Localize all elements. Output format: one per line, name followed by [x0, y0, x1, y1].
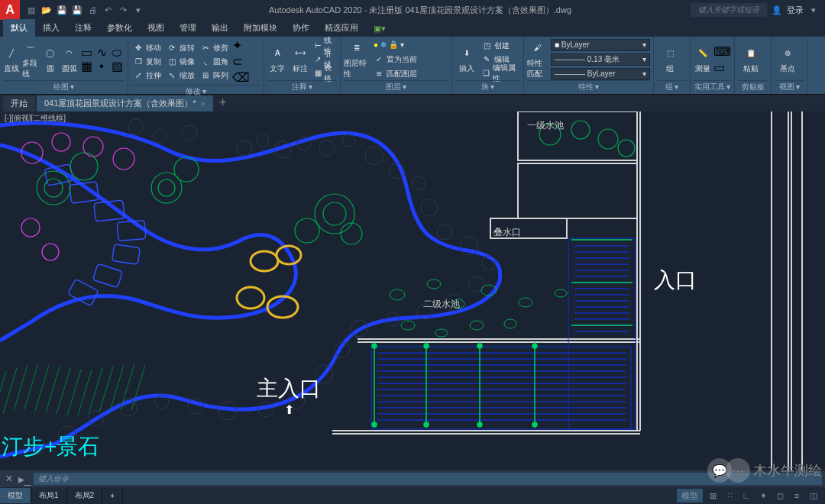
qat-dropdown-icon[interactable]: ▾ [133, 5, 144, 15]
tab-collab[interactable]: 协作 [285, 19, 317, 37]
offset-icon[interactable]: ⊂ [232, 54, 250, 69]
add-tab-icon[interactable]: + [215, 93, 231, 111]
props-panel-label[interactable]: 特性 ▾ [527, 80, 650, 92]
measure-button[interactable]: 📏测量 [694, 45, 711, 74]
hatch-icon[interactable]: ▦ [80, 60, 92, 73]
login-button[interactable]: 登录 [787, 5, 804, 16]
drawing-canvas[interactable]: [-][俯视][二维线框] [0, 111, 825, 470]
user-icon[interactable]: 👤 [772, 5, 782, 15]
base-button[interactable]: ⊕基点 [775, 45, 801, 74]
add-layout-icon[interactable]: + [102, 489, 123, 502]
redo-icon[interactable]: ↷ [118, 5, 128, 15]
tab-insert[interactable]: 插入 [35, 19, 67, 37]
tab-default[interactable]: 默认 [3, 19, 35, 37]
explode-icon[interactable]: ✦ [232, 38, 250, 53]
point-icon[interactable]: • [95, 60, 108, 73]
model-status-button[interactable]: 模型 [677, 489, 703, 502]
layer-panel-label[interactable]: 图层 ▾ [344, 80, 448, 92]
paste-button[interactable]: 📋粘贴 [738, 45, 764, 74]
tab-addins[interactable]: 附加模块 [236, 19, 285, 37]
group-button[interactable]: ⬚组 [657, 45, 683, 74]
rect-icon[interactable]: ▭ [80, 47, 92, 59]
tab-expand-icon[interactable]: ▣▾ [366, 21, 393, 37]
array-button[interactable]: ⊞阵列 [199, 69, 230, 82]
layout2-tab[interactable]: 布局2 [67, 488, 103, 503]
match-props-button[interactable]: 🖌特性匹配 [527, 40, 548, 79]
cmd-prompt-icon[interactable]: ▸_ [18, 473, 31, 485]
make-current-button[interactable]: ✓置为当前 [372, 53, 419, 66]
dim-button[interactable]: ⟷标注 [290, 45, 311, 74]
new-icon[interactable]: ▥ [26, 5, 37, 15]
lineweight-icon[interactable]: ≡ [790, 489, 804, 502]
calc-icon[interactable]: ⌨ [713, 44, 731, 59]
tab-manage[interactable]: 管理 [172, 19, 204, 37]
tab-parametric[interactable]: 参数化 [99, 19, 140, 37]
move-button[interactable]: ✥移动 [131, 42, 163, 54]
erase-icon[interactable]: ⌫ [232, 70, 250, 85]
svg-point-21 [412, 176, 425, 190]
layer-state-icons[interactable]: ●❄🔒▾ [372, 39, 419, 51]
save-icon[interactable]: 💾 [57, 5, 67, 15]
line-button[interactable]: ╱直线 [3, 45, 20, 74]
plot-icon[interactable]: 🖨 [87, 5, 98, 15]
util-panel-label[interactable]: 实用工具 ▾ [694, 80, 731, 92]
command-input[interactable]: 键入命令 [34, 473, 822, 485]
create-block-button[interactable]: ◳创建 [480, 40, 520, 52]
tab-view[interactable]: 视图 [140, 19, 172, 37]
stretch-button[interactable]: ⤢拉伸 [131, 69, 163, 82]
ellipse-icon[interactable]: ⬭ [111, 47, 123, 59]
undo-icon[interactable]: ↶ [102, 5, 113, 15]
svg-line-139 [89, 368, 102, 414]
polyline-button[interactable]: 〰多段线 [22, 40, 39, 79]
arc-button[interactable]: ◠圆弧 [61, 45, 78, 74]
grid-icon[interactable]: ⊞ [706, 489, 720, 502]
edit-attr-button[interactable]: ❏编辑属性 [480, 67, 520, 79]
close-icon[interactable]: × [201, 99, 205, 108]
start-tab[interactable]: 开始 [3, 95, 35, 111]
view-panel-label[interactable]: 视图 ▾ [775, 80, 804, 92]
draw-panel-label[interactable]: 绘图 ▾ [3, 80, 125, 92]
svg-point-80 [519, 298, 532, 307]
trim-button[interactable]: ✂修剪 [199, 42, 230, 54]
cmd-close-icon[interactable]: × [3, 473, 15, 485]
table-button[interactable]: ▦表格 [312, 67, 337, 79]
annot-panel-label[interactable]: 注释 ▾ [267, 80, 337, 92]
file-tab[interactable]: 041屋顶花园景观设计方案（含效果图）*× [37, 95, 213, 111]
search-input[interactable]: 键入关键字或短语 [691, 3, 767, 17]
linetype-dropdown[interactable]: ———— ByLayer▾ [551, 68, 650, 80]
block-panel-label[interactable]: 块 ▾ [455, 80, 520, 92]
model-tab[interactable]: 模型 [0, 488, 31, 503]
insert-block-button[interactable]: ⬇插入 [455, 45, 477, 74]
spline-icon[interactable]: ∿ [95, 47, 108, 59]
circle-button[interactable]: ◯圆 [42, 45, 59, 74]
quick-access-toolbar: ▥ 📂 💾 💾 🖨 ↶ ↷ ▾ [20, 5, 150, 15]
tab-output[interactable]: 输出 [204, 19, 236, 37]
svg-text:主入口: 主入口 [257, 376, 321, 400]
snap-icon[interactable]: ∷ [723, 489, 736, 502]
layer-props-button[interactable]: ≣图层特性 [344, 40, 370, 79]
match-layer-button[interactable]: ≋匹配图层 [372, 68, 419, 80]
open-icon[interactable]: 📂 [41, 5, 52, 15]
lineweight-dropdown[interactable]: ———— 0.13 毫米▾ [551, 53, 650, 66]
region-icon[interactable]: ▨ [111, 60, 123, 73]
help-dropdown-icon[interactable]: ▾ [808, 5, 819, 15]
rotate-button[interactable]: ⟳旋转 [165, 42, 196, 54]
clip-panel-label[interactable]: 剪贴板 [738, 80, 768, 92]
fillet-button[interactable]: ◟圆角 [199, 56, 230, 68]
copy-button[interactable]: ❐复制 [131, 56, 163, 68]
layout1-tab[interactable]: 布局1 [31, 488, 67, 503]
scale-button[interactable]: ⤡缩放 [165, 69, 196, 82]
saveas-icon[interactable]: 💾 [72, 5, 82, 15]
mirror-button[interactable]: ◫镜像 [165, 56, 196, 68]
polar-icon[interactable]: ✴ [756, 489, 770, 502]
color-dropdown[interactable]: ■ ByLayer▾ [551, 39, 650, 51]
svg-point-71 [52, 133, 70, 151]
app-logo[interactable]: A [0, 0, 20, 20]
group-panel-label[interactable]: 组 ▾ [657, 80, 687, 92]
tab-annotate[interactable]: 注释 [67, 19, 99, 37]
transparency-icon[interactable]: ◫ [807, 489, 820, 502]
ortho-icon[interactable]: ∟ [739, 489, 753, 502]
text-button[interactable]: A文字 [267, 45, 288, 74]
osnap-icon[interactable]: ◻ [773, 489, 787, 502]
select-icon[interactable]: ▭ [713, 60, 731, 75]
